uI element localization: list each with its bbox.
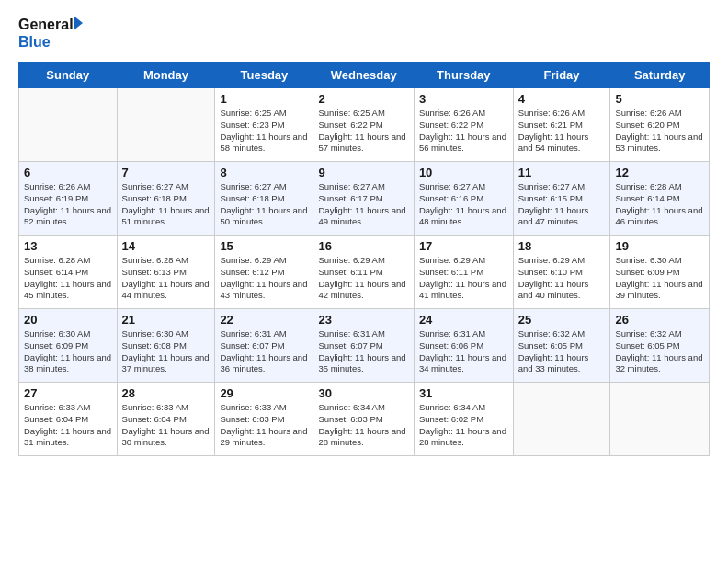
- calendar-cell: 5Sunrise: 6:26 AMSunset: 6:20 PMDaylight…: [610, 88, 710, 162]
- calendar-cell: 26Sunrise: 6:32 AMSunset: 6:05 PMDayligh…: [610, 309, 710, 383]
- calendar-cell: [513, 383, 610, 456]
- cell-info: Sunrise: 6:28 AMSunset: 6:14 PMDaylight:…: [615, 181, 704, 228]
- cell-info: Sunrise: 6:33 AMSunset: 6:03 PMDaylight:…: [220, 402, 308, 449]
- calendar-cell: 30Sunrise: 6:34 AMSunset: 6:03 PMDayligh…: [313, 383, 414, 456]
- calendar-week-row: 27Sunrise: 6:33 AMSunset: 6:04 PMDayligh…: [19, 383, 710, 456]
- calendar-cell: [117, 88, 215, 162]
- day-number: 24: [419, 313, 508, 327]
- calendar-cell: 28Sunrise: 6:33 AMSunset: 6:04 PMDayligh…: [117, 383, 215, 456]
- day-number: 8: [220, 166, 308, 179]
- weekday-header-saturday: Saturday: [610, 63, 710, 88]
- cell-info: Sunrise: 6:29 AMSunset: 6:12 PMDaylight:…: [220, 255, 308, 302]
- calendar-cell: 29Sunrise: 6:33 AMSunset: 6:03 PMDayligh…: [215, 383, 313, 456]
- weekday-header-row: SundayMondayTuesdayWednesdayThursdayFrid…: [19, 63, 710, 88]
- day-number: 11: [518, 166, 606, 179]
- logo-svg: GeneralBlue: [18, 14, 110, 52]
- cell-info: Sunrise: 6:32 AMSunset: 6:05 PMDaylight:…: [615, 328, 704, 375]
- cell-info: Sunrise: 6:26 AMSunset: 6:21 PMDaylight:…: [518, 108, 606, 155]
- day-number: 15: [220, 239, 308, 253]
- svg-text:General: General: [18, 17, 74, 32]
- cell-info: Sunrise: 6:30 AMSunset: 6:09 PMDaylight:…: [24, 328, 112, 375]
- day-number: 25: [518, 313, 606, 327]
- day-number: 12: [615, 166, 704, 179]
- calendar-cell: 17Sunrise: 6:29 AMSunset: 6:11 PMDayligh…: [414, 236, 513, 309]
- cell-info: Sunrise: 6:27 AMSunset: 6:17 PMDaylight:…: [318, 181, 408, 228]
- cell-info: Sunrise: 6:28 AMSunset: 6:13 PMDaylight:…: [122, 255, 210, 302]
- calendar-week-row: 13Sunrise: 6:28 AMSunset: 6:14 PMDayligh…: [19, 236, 710, 309]
- cell-info: Sunrise: 6:25 AMSunset: 6:22 PMDaylight:…: [318, 108, 408, 155]
- cell-info: Sunrise: 6:29 AMSunset: 6:11 PMDaylight:…: [419, 255, 508, 302]
- cell-info: Sunrise: 6:33 AMSunset: 6:04 PMDaylight:…: [24, 402, 112, 449]
- day-number: 22: [220, 313, 308, 327]
- cell-info: Sunrise: 6:31 AMSunset: 6:07 PMDaylight:…: [318, 328, 408, 375]
- day-number: 30: [318, 386, 408, 400]
- svg-marker-1: [74, 16, 83, 30]
- calendar-cell: 21Sunrise: 6:30 AMSunset: 6:08 PMDayligh…: [117, 309, 215, 383]
- calendar-cell: [610, 383, 710, 456]
- weekday-header-friday: Friday: [513, 63, 610, 88]
- calendar-cell: 14Sunrise: 6:28 AMSunset: 6:13 PMDayligh…: [117, 236, 215, 309]
- day-number: 29: [220, 386, 308, 400]
- day-number: 9: [318, 166, 408, 179]
- logo: GeneralBlue: [18, 14, 110, 52]
- calendar-cell: 25Sunrise: 6:32 AMSunset: 6:05 PMDayligh…: [513, 309, 610, 383]
- calendar-cell: 8Sunrise: 6:27 AMSunset: 6:18 PMDaylight…: [215, 162, 313, 236]
- header: GeneralBlue: [18, 14, 710, 52]
- day-number: 17: [419, 239, 508, 253]
- day-number: 3: [419, 92, 508, 106]
- day-number: 31: [419, 386, 508, 400]
- cell-info: Sunrise: 6:27 AMSunset: 6:16 PMDaylight:…: [419, 181, 508, 228]
- day-number: 1: [220, 92, 308, 106]
- calendar-cell: 27Sunrise: 6:33 AMSunset: 6:04 PMDayligh…: [19, 383, 118, 456]
- calendar-cell: 16Sunrise: 6:29 AMSunset: 6:11 PMDayligh…: [313, 236, 414, 309]
- calendar-cell: 20Sunrise: 6:30 AMSunset: 6:09 PMDayligh…: [19, 309, 118, 383]
- cell-info: Sunrise: 6:34 AMSunset: 6:02 PMDaylight:…: [419, 402, 508, 449]
- calendar-cell: 31Sunrise: 6:34 AMSunset: 6:02 PMDayligh…: [414, 383, 513, 456]
- calendar-cell: 3Sunrise: 6:26 AMSunset: 6:22 PMDaylight…: [414, 88, 513, 162]
- calendar-cell: 22Sunrise: 6:31 AMSunset: 6:07 PMDayligh…: [215, 309, 313, 383]
- cell-info: Sunrise: 6:29 AMSunset: 6:11 PMDaylight:…: [318, 255, 408, 302]
- day-number: 4: [518, 92, 606, 106]
- day-number: 20: [24, 313, 112, 327]
- cell-info: Sunrise: 6:32 AMSunset: 6:05 PMDaylight:…: [518, 328, 606, 375]
- calendar-cell: 11Sunrise: 6:27 AMSunset: 6:15 PMDayligh…: [513, 162, 610, 236]
- cell-info: Sunrise: 6:26 AMSunset: 6:20 PMDaylight:…: [615, 108, 704, 155]
- day-number: 27: [24, 386, 112, 400]
- calendar-cell: 10Sunrise: 6:27 AMSunset: 6:16 PMDayligh…: [414, 162, 513, 236]
- weekday-header-tuesday: Tuesday: [215, 63, 313, 88]
- calendar-cell: 18Sunrise: 6:29 AMSunset: 6:10 PMDayligh…: [513, 236, 610, 309]
- day-number: 13: [24, 239, 112, 253]
- day-number: 16: [318, 239, 408, 253]
- cell-info: Sunrise: 6:31 AMSunset: 6:07 PMDaylight:…: [220, 328, 308, 375]
- cell-info: Sunrise: 6:25 AMSunset: 6:23 PMDaylight:…: [220, 108, 308, 155]
- calendar-table: SundayMondayTuesdayWednesdayThursdayFrid…: [18, 62, 710, 456]
- cell-info: Sunrise: 6:26 AMSunset: 6:22 PMDaylight:…: [419, 108, 508, 155]
- day-number: 7: [122, 166, 210, 179]
- cell-info: Sunrise: 6:31 AMSunset: 6:06 PMDaylight:…: [419, 328, 508, 375]
- calendar-cell: 12Sunrise: 6:28 AMSunset: 6:14 PMDayligh…: [610, 162, 710, 236]
- svg-text:Blue: Blue: [18, 34, 51, 50]
- calendar-cell: 1Sunrise: 6:25 AMSunset: 6:23 PMDaylight…: [215, 88, 313, 162]
- calendar-cell: 13Sunrise: 6:28 AMSunset: 6:14 PMDayligh…: [19, 236, 118, 309]
- day-number: 19: [615, 239, 704, 253]
- day-number: 14: [122, 239, 210, 253]
- calendar-cell: [19, 88, 118, 162]
- cell-info: Sunrise: 6:33 AMSunset: 6:04 PMDaylight:…: [122, 402, 210, 449]
- page: GeneralBlue SundayMondayTuesdayWednesday…: [0, 0, 728, 465]
- calendar-cell: 24Sunrise: 6:31 AMSunset: 6:06 PMDayligh…: [414, 309, 513, 383]
- calendar-week-row: 6Sunrise: 6:26 AMSunset: 6:19 PMDaylight…: [19, 162, 710, 236]
- calendar-week-row: 20Sunrise: 6:30 AMSunset: 6:09 PMDayligh…: [19, 309, 710, 383]
- weekday-header-sunday: Sunday: [19, 63, 118, 88]
- cell-info: Sunrise: 6:30 AMSunset: 6:08 PMDaylight:…: [122, 328, 210, 375]
- weekday-header-wednesday: Wednesday: [313, 63, 414, 88]
- cell-info: Sunrise: 6:28 AMSunset: 6:14 PMDaylight:…: [24, 255, 112, 302]
- day-number: 2: [318, 92, 408, 106]
- day-number: 6: [24, 166, 112, 179]
- cell-info: Sunrise: 6:27 AMSunset: 6:18 PMDaylight:…: [220, 181, 308, 228]
- calendar-cell: 4Sunrise: 6:26 AMSunset: 6:21 PMDaylight…: [513, 88, 610, 162]
- day-number: 26: [615, 313, 704, 327]
- day-number: 10: [419, 166, 508, 179]
- calendar-cell: 19Sunrise: 6:30 AMSunset: 6:09 PMDayligh…: [610, 236, 710, 309]
- day-number: 5: [615, 92, 704, 106]
- weekday-header-monday: Monday: [117, 63, 215, 88]
